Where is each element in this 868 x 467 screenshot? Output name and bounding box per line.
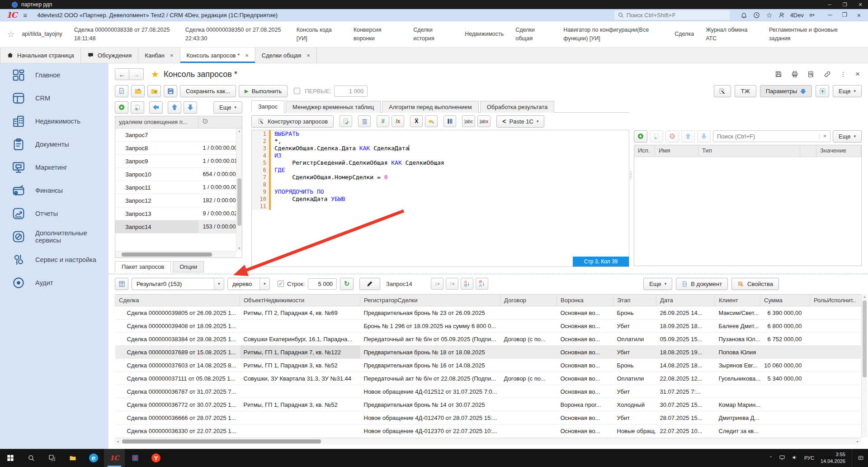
close-tab-icon[interactable]: × xyxy=(245,52,249,59)
tray-display-icon[interactable] xyxy=(779,455,785,461)
results-row[interactable]: Сделка 000000036787 от 31.07.2025 7...Но… xyxy=(115,385,863,398)
results-row[interactable]: Сделка 000000036772 от 30.07.2025 1...Ри… xyxy=(115,398,863,411)
sidebar-item-settings[interactable]: Сервис и настройка xyxy=(0,248,108,271)
params-column-header[interactable]: Тип xyxy=(698,145,800,157)
sidebar-item-marketing[interactable]: Маркетинг xyxy=(0,156,108,179)
sidebar-item-report[interactable]: Отчеты xyxy=(0,202,108,225)
favorites-item[interactable]: Конверсия воронки xyxy=(354,26,401,42)
add-parameter-button[interactable] xyxy=(816,85,829,97)
editor-tab[interactable]: Менеджер временных таблиц xyxy=(286,101,381,113)
query-list-row[interactable]: Запрос7 xyxy=(115,129,242,142)
add-file-button[interactable] xyxy=(147,85,161,97)
param-move-down-button[interactable] xyxy=(697,130,711,143)
kebab-menu-icon[interactable]: ⋮ xyxy=(840,71,846,78)
results-column-header[interactable]: Дата xyxy=(656,295,715,306)
results-column-header[interactable]: Клиент xyxy=(715,295,760,306)
params-column-header[interactable]: Имя xyxy=(655,145,698,157)
page-tab-Канбан[interactable]: Канбан× xyxy=(138,48,180,63)
current-user-label[interactable]: 4Dev xyxy=(790,12,804,19)
clear-button[interactable]: X̅ xyxy=(410,115,423,127)
close-tab-icon[interactable]: × xyxy=(307,52,310,59)
parameters-more-button[interactable]: Еще▾ xyxy=(833,130,862,143)
results-row[interactable]: Сделка 000000036666 от 28.07.2025 1...Но… xyxy=(115,411,863,424)
rdp-restore-button[interactable]: ❐ xyxy=(837,2,853,8)
rdp-minimize-button[interactable]: ─ xyxy=(822,2,837,8)
main-menu-icon[interactable]: ≡ xyxy=(23,11,27,19)
move-left-button[interactable] xyxy=(149,101,163,114)
taskbar-search-icon[interactable] xyxy=(21,449,42,467)
results-column-header[interactable]: Сделка xyxy=(115,295,240,306)
results-column-header[interactable]: Сумма xyxy=(760,295,810,306)
delete-parameter-button[interactable] xyxy=(665,130,679,143)
favorites-item[interactable]: Навигатор по конфигурации(Все функции) [… xyxy=(563,26,663,42)
history-icon[interactable] xyxy=(750,10,763,20)
copy-parameter-button[interactable] xyxy=(650,130,663,143)
query-stats-header[interactable] xyxy=(198,116,242,128)
app-restore-button[interactable]: ❐ xyxy=(837,11,852,19)
first-count-input[interactable] xyxy=(334,86,368,97)
favorites-item[interactable]: Консоль кода [УИ] xyxy=(297,26,342,42)
parameters-search-input[interactable]: × xyxy=(713,130,830,142)
favorites-item[interactable]: Сделка 000000038338 от 27.08.2025 18:11:… xyxy=(74,26,174,42)
save-query-button[interactable] xyxy=(164,85,177,97)
paste-1c-button[interactable]: <Paste 1C▾ xyxy=(496,115,544,128)
page-tab-Консоль-запросов-[interactable]: Консоль запросов *× xyxy=(180,48,255,63)
tray-chevron-icon[interactable]: ⌃ xyxy=(769,456,773,460)
result-selector[interactable]: Результат0 (153)▾ xyxy=(132,278,224,290)
close-tab-icon[interactable]: × xyxy=(170,52,174,59)
query-list-row[interactable]: Запрос91 / 0:00:00.01 xyxy=(115,155,242,168)
edge-browser-icon[interactable]: e xyxy=(83,449,104,467)
format-query-button[interactable] xyxy=(358,115,371,127)
results-column-header[interactable]: Договор xyxy=(500,295,557,306)
close-console-icon[interactable]: × xyxy=(855,70,860,79)
columns-button[interactable] xyxy=(443,115,456,127)
results-scroll-up[interactable]: ▲ xyxy=(862,294,868,300)
results-column-header[interactable]: РольИсполнит.. xyxy=(810,295,863,306)
query-list-vscrollbar[interactable]: ▲ ▼ xyxy=(236,129,242,251)
start-button[interactable] xyxy=(0,449,21,467)
taskbar-clock[interactable]: 3:55 14.04.2026 xyxy=(821,451,845,465)
notifications-bell-icon[interactable] xyxy=(738,10,750,20)
results-row[interactable]: Сделка 000000039805 от 26.09.2025 1...Ри… xyxy=(115,306,863,319)
query-list-row[interactable]: Запрос81 / 0:00:00.00 xyxy=(115,142,242,155)
favorites-icon[interactable]: ☆ xyxy=(7,29,14,39)
scroll-up-arrow[interactable]: ▲ xyxy=(236,129,242,134)
tech-journal-button[interactable]: ТЖ xyxy=(735,85,756,97)
app-close-button[interactable]: × xyxy=(852,11,866,19)
results-scroll-left[interactable]: ◄ xyxy=(115,439,121,444)
uncomment-button[interactable]: /x xyxy=(392,115,404,127)
page-tab-Сделки-общая[interactable]: Сделки общая× xyxy=(255,48,317,63)
favorite-star-icon[interactable]: ★ xyxy=(151,69,159,80)
clear-search-icon[interactable]: × xyxy=(819,133,830,139)
results-hscrollbar[interactable]: ◄ ► xyxy=(115,438,861,444)
expand-rows-button[interactable]: ↓≡ xyxy=(431,278,443,290)
query-list-row[interactable]: Запрос111 / 0:00:00.00 xyxy=(115,181,242,194)
query-builder-button[interactable]: Конструктор запросов xyxy=(251,115,334,128)
query-list-row[interactable]: Запрос10654 / 0:00:00. xyxy=(115,168,242,181)
results-scroll-right[interactable]: ► xyxy=(855,439,861,444)
sidebar-item-audit[interactable]: Аудит xyxy=(0,271,108,294)
rows-count-input[interactable] xyxy=(308,278,337,290)
results-row[interactable]: Сделка 000000036330 от 22.07.2025 1...Но… xyxy=(115,424,863,438)
results-row[interactable]: Сделка 000000038384 от 28.08.2025 1...Со… xyxy=(115,333,863,346)
scroll-down-arrow[interactable]: ▼ xyxy=(236,246,242,251)
yandex-browser-icon[interactable]: Y xyxy=(146,449,166,467)
sidebar-item-services[interactable]: Дополнительные сервисы xyxy=(0,225,108,248)
results-column-header[interactable]: Воронка xyxy=(557,295,613,306)
add-query-button[interactable] xyxy=(115,101,128,114)
favorites-star-icon[interactable]: ☆ xyxy=(763,10,776,20)
sidebar-item-grid[interactable]: Главное xyxy=(0,63,108,86)
app-minimize-button[interactable]: ─ xyxy=(823,11,837,19)
1c-enterprise-icon[interactable]: 1С xyxy=(104,449,125,467)
param-move-up-button[interactable] xyxy=(681,130,695,143)
link-icon[interactable] xyxy=(824,71,831,78)
global-search-input[interactable] xyxy=(614,10,730,20)
query-list-row[interactable]: Запрос12182 / 0:00:00. xyxy=(115,194,242,207)
query-list-hscrollbar[interactable] xyxy=(115,251,236,257)
favorites-item[interactable]: Регламентные и фоновые задания xyxy=(769,26,856,42)
sort-asc-button[interactable]: АЯ↓ xyxy=(461,278,473,290)
users-icon[interactable] xyxy=(776,10,788,20)
editor-tab[interactable]: Алгоритм перед выполнением xyxy=(382,101,478,113)
results-column-header[interactable]: Этап xyxy=(613,295,656,306)
file-explorer-icon[interactable] xyxy=(62,449,83,467)
